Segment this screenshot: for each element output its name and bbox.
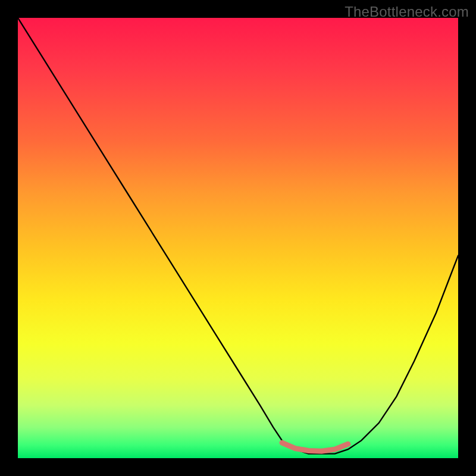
curve-layer [18,18,458,458]
optimal-zone-marker [282,443,348,451]
bottleneck-curve [18,18,458,454]
plot-area [18,18,458,458]
watermark-text: TheBottleneck.com [345,4,469,20]
chart-frame: TheBottleneck.com [0,0,476,476]
